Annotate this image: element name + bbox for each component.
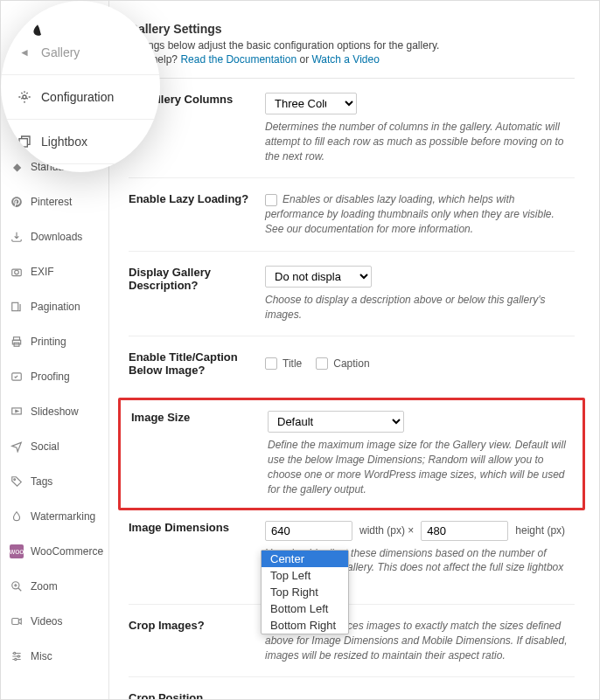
sidebar-label: Pagination: [31, 301, 80, 313]
gear-icon: [17, 89, 32, 105]
sidebar-label: Downloads: [31, 231, 82, 243]
chevron-left-icon: ◄: [17, 45, 32, 60]
sidebar-item-printing[interactable]: Printing: [1, 324, 108, 359]
social-icon: [10, 440, 24, 454]
sidebar-item-tags[interactable]: Tags: [1, 464, 108, 499]
highlighted-section: Image Size Default Define the maximum im…: [118, 398, 585, 509]
page-title: Gallery Settings: [129, 22, 575, 36]
crop-label: Crop Images?: [129, 619, 265, 662]
columns-desc: Determines the number of columns in the …: [265, 120, 575, 163]
dims-label: Image Dimensions: [129, 521, 265, 590]
slideshow-icon: [10, 405, 24, 419]
svg-point-14: [23, 95, 26, 99]
width-label: width (px) ×: [359, 524, 414, 537]
sidebar-label: WooCommerce: [31, 545, 103, 558]
tag-icon: [10, 475, 24, 489]
diamond-icon: ◆: [10, 160, 24, 174]
sidebar-item-zoom[interactable]: Zoom: [1, 569, 108, 604]
sidebar-label: Pinterest: [31, 196, 72, 208]
sidebar-label: Social: [31, 440, 59, 453]
printer-icon: [10, 335, 24, 349]
sidebar-item-watermarking[interactable]: Watermarking: [1, 499, 108, 534]
dd-center[interactable]: Center: [262, 551, 348, 567]
proofing-icon: [10, 370, 24, 384]
video-link[interactable]: Watch a Video: [311, 53, 379, 66]
sidebar-label: Videos: [31, 615, 62, 627]
sidebar-label: Zoom: [31, 580, 58, 593]
svg-rect-10: [12, 619, 19, 625]
sidebar-item-proofing[interactable]: Proofing: [1, 359, 108, 394]
sidebar-item-social[interactable]: Social: [1, 429, 108, 464]
lazy-label: Enable Lazy Loading?: [129, 192, 265, 236]
sliders-icon: [10, 649, 24, 663]
lazy-checkbox[interactable]: [265, 194, 277, 206]
svg-point-12: [17, 655, 19, 657]
sidebar-item-videos[interactable]: Videos: [1, 604, 108, 639]
sidebar-item-pagination[interactable]: Pagination: [1, 289, 108, 324]
zoom-icon: [10, 579, 24, 593]
page-subtitle-1: settings below adjust the basic configur…: [129, 39, 575, 52]
sidebar-label: Slideshow: [31, 405, 79, 418]
svg-rect-2: [12, 302, 18, 310]
sidebar-label: Misc: [31, 650, 52, 662]
desc-select[interactable]: Do not display: [265, 266, 372, 288]
pagination-icon: [10, 300, 24, 314]
sidebar-label: Printing: [31, 336, 66, 348]
camera-icon: [10, 265, 24, 279]
doc-link[interactable]: Read the Documentation: [180, 53, 297, 66]
title-checkbox-wrap[interactable]: Title: [265, 357, 302, 370]
page-subtitle-2: ome help? Read the Documentation or Watc…: [129, 53, 575, 66]
croppos-dropdown[interactable]: Center Top Left Top Right Bottom Left Bo…: [261, 550, 349, 634]
caption-checkbox-wrap[interactable]: Caption: [316, 357, 369, 370]
imgsize-label: Image Size: [131, 411, 268, 496]
dd-topleft[interactable]: Top Left: [262, 567, 348, 584]
croppos-label: Crop Position: [129, 691, 265, 699]
zoom-gallery[interactable]: ◄Gallery: [1, 31, 160, 75]
title-checkbox[interactable]: [265, 357, 277, 370]
sidebar-item-downloads[interactable]: Downloads: [1, 219, 108, 254]
lazy-desc: Enables or disables lazy loading, which …: [265, 192, 575, 236]
droplet-icon: [10, 509, 24, 523]
titlecap-label: Enable Title/Caption Below Image?: [129, 350, 265, 377]
width-input[interactable]: [265, 521, 352, 541]
sidebar-item-woo[interactable]: wooWooCommerce: [1, 534, 108, 569]
columns-select[interactable]: Three Columns (3): [265, 93, 357, 114]
content: Gallery Settings settings below adjust t…: [109, 1, 599, 699]
imgsize-select[interactable]: Default: [268, 411, 404, 433]
sidebar-item-slideshow[interactable]: Slideshow: [1, 394, 108, 429]
sidebar-label: Watermarking: [31, 510, 95, 523]
imgsize-desc: Define the maximum image size for the Ga…: [268, 438, 572, 496]
sidebar-item-exif[interactable]: EXIF: [1, 254, 108, 289]
desc-label: Display Gallery Description?: [129, 266, 265, 322]
caption-checkbox[interactable]: [316, 357, 328, 370]
height-label: height (px): [515, 524, 565, 537]
zoom-configuration[interactable]: Configuration: [1, 75, 160, 120]
sidebar-item-misc[interactable]: Misc: [1, 639, 108, 674]
dd-bottomright[interactable]: Bottom Right: [262, 617, 348, 634]
dd-topright[interactable]: Top Right: [262, 584, 348, 600]
pinterest-icon: [10, 195, 24, 209]
svg-point-8: [14, 479, 16, 481]
svg-point-13: [15, 658, 17, 660]
woo-icon: woo: [10, 544, 24, 558]
desc-desc: Choose to display a description above or…: [265, 293, 575, 322]
download-icon: [10, 230, 24, 244]
video-icon: [10, 614, 24, 628]
svg-point-11: [14, 652, 16, 654]
dd-bottomleft[interactable]: Bottom Left: [262, 600, 348, 617]
svg-point-1: [15, 270, 19, 274]
sidebar-label: Proofing: [31, 371, 70, 383]
sidebar-item-pinterest[interactable]: Pinterest: [1, 184, 108, 219]
sidebar-label: Tags: [31, 475, 52, 488]
zoom-panel: ◄Gallery Configuration Lightbox: [1, 1, 160, 172]
sidebar-label: EXIF: [31, 266, 54, 278]
height-input[interactable]: [421, 521, 508, 541]
leaf-icon: [31, 24, 45, 40]
